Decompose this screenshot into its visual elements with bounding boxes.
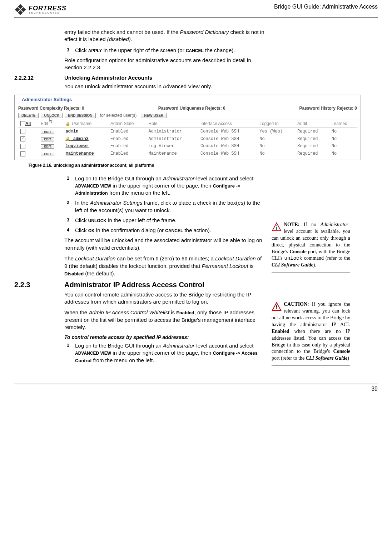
delete-button[interactable]: DELETE: [18, 113, 39, 118]
lock-icon: 🔒: [65, 121, 70, 126]
logo-main: FORTRESS: [29, 5, 66, 11]
check-all[interactable]: [20, 121, 25, 126]
step: 2In the Administrator Settings frame, cl…: [64, 199, 264, 214]
edit-button[interactable]: EDIT: [41, 130, 55, 134]
edit-button[interactable]: EDIT: [41, 137, 55, 141]
info-icon: i: [272, 222, 282, 231]
lock-icon: 🔒: [65, 137, 70, 141]
header-title: Bridge GUI Guide: Administrative Access: [274, 4, 378, 10]
step: 1Log on to the Bridge GUI through an Adm…: [64, 175, 264, 197]
step: 4Click OK in the confirmation dialog (or…: [64, 227, 264, 234]
role-para: Role configuration options for administr…: [64, 57, 264, 71]
after-steps-p1: The account will be unlocked and the ass…: [64, 237, 264, 251]
caution-box: ! CAUTION: If you ignore the relevant wa…: [272, 301, 350, 366]
after-steps-p2: The Lockout Duration can be set from 0 (…: [64, 255, 264, 277]
row-checkbox[interactable]: [20, 129, 25, 134]
svg-text:i: i: [276, 225, 278, 231]
sec-223-p2: When the Admin IP Access Control Whiteli…: [64, 309, 264, 331]
intro-para: entry failed the check and cannot be use…: [64, 29, 264, 43]
step: 3Click UNLOCK in the upper left of the f…: [64, 217, 264, 224]
row-checkbox[interactable]: ✓: [20, 136, 25, 141]
page-number: 39: [14, 384, 378, 392]
warning-icon: !: [272, 302, 282, 311]
step-3: 3 Click APPLY in the upper right of the …: [64, 47, 264, 54]
sec-223-subhead: To control remote access by specified IP…: [64, 334, 264, 340]
new-user-button[interactable]: NEW USER: [141, 113, 167, 118]
header: FORTRESS TECHNOLOGIES Bridge GUI Guide: …: [14, 4, 378, 18]
section-2-2-3: 2.2.3 Administrator IP Address Access Co…: [14, 281, 264, 289]
note-box: i NOTE: If no Admin­istrator-level ac­co…: [272, 221, 350, 273]
logo-icon: [14, 4, 26, 16]
sec-223-p1: You can control remote administrative ac…: [64, 291, 264, 306]
edit-button[interactable]: EDIT: [41, 144, 55, 149]
figure-caption: Figure 2.16. unlocking an administrator …: [29, 163, 264, 168]
sec-12-body: You can unlock administrator accounts in…: [64, 83, 264, 90]
logo: FORTRESS TECHNOLOGIES: [14, 4, 66, 16]
row-checkbox[interactable]: [20, 144, 25, 149]
section-2-2-2-12: 2.2.2.12 Unlocking Administrator Account…: [14, 75, 264, 81]
svg-text:!: !: [276, 304, 277, 310]
fieldset-legend: Administrator Settings: [20, 97, 73, 102]
sec-223-step-1: 1 Log on to the Bridge GUI through an Ad…: [64, 342, 264, 364]
edit-button[interactable]: EDIT: [41, 152, 55, 156]
row-checkbox[interactable]: [20, 151, 25, 156]
cursor-icon: [48, 116, 54, 124]
end-session-button[interactable]: END SESSION: [65, 113, 95, 118]
